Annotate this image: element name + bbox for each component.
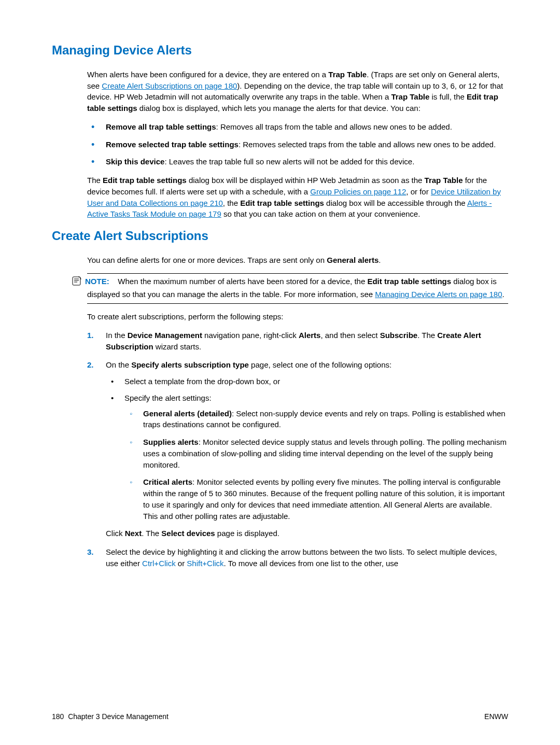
- paragraph: To create alert subscriptions, perform t…: [87, 311, 508, 322]
- heading-managing-device-alerts: Managing Device Alerts: [52, 41, 508, 60]
- text: : Monitor selected events by polling eve…: [143, 477, 505, 520]
- term: Remove selected trap table settings: [106, 140, 239, 149]
- link-create-alert-subs[interactable]: Create Alert Subscriptions on page 180: [102, 81, 237, 90]
- list-item: Critical alerts: Monitor selected events…: [124, 476, 508, 522]
- note-block: NOTE: When the maximum number of alerts …: [87, 273, 508, 304]
- term-trap-table: Trap Table: [391, 92, 429, 101]
- text: You can define alerts for one or more de…: [87, 256, 327, 264]
- text: page, select one of the following option…: [249, 360, 391, 369]
- text: When alerts have been configured for a d…: [87, 70, 328, 79]
- text: is full, the: [429, 92, 467, 101]
- list-item: Supplies alerts: Monitor selected device…: [124, 437, 508, 470]
- paragraph: You can define alerts for one or more de…: [87, 255, 508, 266]
- chapter-label: Chapter 3 Device Management: [68, 712, 169, 721]
- sub-bullet-list: Select a template from the drop-down box…: [106, 376, 508, 522]
- step-1: 1. In the Device Management navigation p…: [87, 330, 508, 353]
- svg-rect-0: [73, 277, 80, 285]
- text: : Removes selected traps from the table …: [239, 140, 496, 149]
- term: General alerts (detailed): [143, 409, 232, 418]
- text: . The: [142, 529, 161, 538]
- bullet-list: Remove all trap table settings: Removes …: [87, 121, 508, 167]
- paragraph: When alerts have been configured for a d…: [87, 69, 508, 114]
- text: dialog box is displayed, which lets you …: [137, 104, 421, 113]
- text: .: [502, 290, 504, 299]
- footer-right: ENWW: [484, 711, 508, 722]
- text: navigation pane, right-click: [202, 331, 299, 340]
- step-2: 2. On the Specify alerts subscription ty…: [87, 359, 508, 539]
- list-item: Remove all trap table settings: Removes …: [87, 121, 508, 133]
- text: Specify the alert settings:: [124, 393, 212, 402]
- term: Select devices: [161, 529, 215, 538]
- text: , or for: [406, 187, 431, 196]
- text: , the: [223, 199, 240, 207]
- numbered-list: 1. In the Device Management navigation p…: [87, 330, 508, 569]
- text: The: [87, 176, 103, 185]
- list-item: Specify the alert settings: General aler…: [106, 392, 508, 522]
- link-group-policies[interactable]: Group Policies on page 112: [310, 187, 406, 196]
- step-number: 2.: [87, 359, 94, 371]
- list-item: General alerts (detailed): Select non-su…: [124, 408, 508, 431]
- list-item: Skip this device: Leaves the trap table …: [87, 156, 508, 167]
- term: Next: [125, 529, 142, 538]
- step-3: 3. Select the device by highlighting it …: [87, 546, 508, 569]
- term: Supplies alerts: [143, 438, 199, 446]
- paragraph: The Edit trap table settings dialog box …: [87, 175, 508, 220]
- text: so that you can take action on them at y…: [221, 209, 421, 218]
- term-trap-table: Trap Table: [328, 70, 367, 79]
- text: or: [176, 559, 187, 568]
- paragraph: Click Next. The Select devices page is d…: [106, 528, 508, 539]
- text: . The: [417, 331, 437, 340]
- list-item: Select a template from the drop-down box…: [106, 376, 508, 387]
- text: page is displayed.: [215, 529, 279, 538]
- text: . To move all devices from one list to t…: [224, 559, 399, 568]
- keyboard-shortcut: Ctrl+Click: [142, 559, 176, 568]
- text: dialog box will be displayed within HP W…: [187, 176, 425, 185]
- list-item: Remove selected trap table settings: Rem…: [87, 139, 508, 150]
- text: When the maximum number of alerts have b…: [118, 277, 367, 286]
- section-body: You can define alerts for one or more de…: [87, 255, 508, 569]
- step-number: 3.: [87, 546, 94, 558]
- page-number: 180: [52, 712, 64, 721]
- term: Device Management: [128, 331, 202, 340]
- page: Managing Device Alerts When alerts have …: [0, 0, 560, 745]
- text: [111, 277, 118, 286]
- term: Subscribe: [380, 331, 418, 340]
- term: Trap Table: [425, 176, 463, 185]
- text: wizard starts.: [153, 342, 202, 351]
- text: In the: [106, 331, 128, 340]
- term: Specify alerts subscription type: [131, 360, 249, 369]
- term: Edit trap table settings: [367, 277, 451, 286]
- text: : Removes all traps from the table and a…: [216, 122, 452, 131]
- term: Skip this device: [106, 157, 164, 166]
- footer-left: 180 Chapter 3 Device Management: [52, 711, 169, 722]
- page-footer: 180 Chapter 3 Device Management ENWW: [52, 711, 508, 722]
- link-managing-device-alerts[interactable]: Managing Device Alerts on page 180: [375, 290, 502, 299]
- circle-bullet-list: General alerts (detailed): Select non-su…: [124, 408, 508, 522]
- term: General alerts: [327, 256, 379, 264]
- text: On the: [106, 360, 131, 369]
- keyboard-shortcut: Shift+Click: [187, 559, 223, 568]
- term: Edit trap table settings: [240, 199, 324, 207]
- text: : Leaves the trap table full so new aler…: [164, 157, 414, 166]
- term: Alerts: [299, 331, 321, 340]
- note-label: NOTE:: [85, 277, 109, 286]
- note-icon: [72, 276, 83, 289]
- text: dialog box will be accessible through th…: [324, 199, 467, 207]
- section-body: When alerts have been configured for a d…: [87, 69, 508, 220]
- term: Remove all trap table settings: [106, 122, 216, 131]
- step-number: 1.: [87, 330, 94, 341]
- term: Critical alerts: [143, 477, 192, 486]
- text: .: [379, 256, 381, 264]
- text: Click: [106, 529, 125, 538]
- term: Edit trap table settings: [103, 176, 187, 185]
- text: , and then select: [320, 331, 380, 340]
- heading-create-alert-subscriptions: Create Alert Subscriptions: [52, 227, 508, 245]
